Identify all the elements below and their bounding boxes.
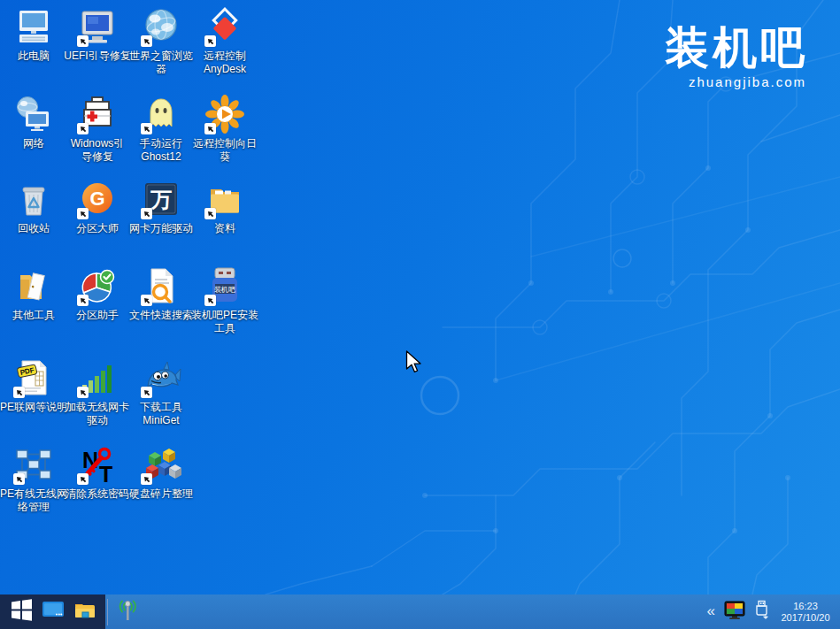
shortcut-arrow-icon (141, 123, 152, 134)
desktop-icon-partition-master[interactable]: G 分区大师 (66, 179, 129, 235)
desktop-icon-clear-system-password[interactable]: N T 清除系统密码 (66, 444, 129, 501)
defrag-cubes-icon (141, 444, 181, 485)
taskbar: « 16:23 2017/10/20 (0, 594, 840, 629)
ghost-icon (141, 94, 181, 134)
taskbar-clock[interactable]: 16:23 2017/10/20 (778, 601, 833, 624)
shortcut-arrow-icon (204, 123, 216, 134)
shortcut-arrow-icon (204, 208, 216, 219)
desktop-icon-pe-network-guide[interactable]: PDF PE联网等说明 (2, 357, 66, 414)
start-button[interactable] (5, 594, 37, 629)
desktop-icon-sunflower-remote[interactable]: 远程控制向日 葵 (193, 94, 257, 164)
desktop-icon-label: 远程控制 AnyDesk (187, 50, 263, 76)
taskbar-left-section (0, 594, 105, 629)
brand-title: 装机吧 (665, 25, 808, 72)
partition-pie-icon (77, 265, 118, 306)
shortcut-arrow-icon (141, 208, 152, 219)
desktop-icon-label: 下载工具 MiniGet (123, 401, 199, 427)
signal-bars-icon (77, 357, 118, 398)
shortcut-arrow-icon (77, 123, 89, 134)
shortcut-arrow-icon (13, 387, 25, 398)
desktop-icon-nic-universal-driver[interactable]: 万 网卡万能驱动 (129, 179, 193, 235)
file-explorer-button[interactable] (69, 594, 101, 629)
tools-folder-icon (13, 265, 54, 306)
network-diagram-icon (13, 444, 54, 485)
partition-master-icon: G (77, 179, 118, 219)
usb-drive-icon: 装机吧 (204, 265, 245, 306)
desktop-icon-label: 远程控制向日 葵 (187, 137, 263, 164)
shortcut-arrow-icon (77, 387, 89, 398)
nt-key-icon: N T (77, 444, 118, 485)
antenna-signal-icon (114, 598, 141, 626)
shortcut-arrow-icon (77, 35, 89, 47)
shark-icon (141, 357, 181, 398)
desktop-icon-anydesk-remote[interactable]: 远程控制 AnyDesk (193, 6, 257, 76)
svg-text:G: G (89, 188, 104, 210)
desktop-icon-ghost12[interactable]: 手动运行 Ghost12 (129, 94, 193, 164)
windows-logo-icon (11, 599, 33, 625)
globe-browser-icon (141, 6, 181, 47)
network-icon (13, 94, 54, 134)
desktop-icon-zhuangjiba-pe-installer[interactable]: 装机吧 装机吧PE安装 工具 (193, 265, 257, 335)
recycle-bin-icon (13, 179, 54, 219)
tray-expand-button[interactable]: « (707, 603, 715, 621)
desktop-icon-other-tools[interactable]: 其他工具 (2, 265, 66, 322)
desktop-icon-pe-network-manager[interactable]: PE有线无线网 络管理 (2, 444, 66, 514)
uefi-boot-repair-icon (77, 6, 118, 47)
wireless-network-button[interactable] (110, 594, 145, 629)
shortcut-arrow-icon (77, 295, 89, 306)
anydesk-icon (204, 6, 245, 47)
desktop-icon-disk-defrag[interactable]: 硬盘碎片整理 (129, 444, 193, 501)
usb-eject-tray-button[interactable] (754, 600, 769, 624)
pdf-doc-icon: PDF (13, 357, 54, 398)
nic-driver-icon: 万 (141, 179, 181, 219)
system-tray: « 16:23 2017/10/20 (707, 600, 840, 624)
desktop-icon-network[interactable]: 网络 (2, 94, 66, 150)
svg-text:万: 万 (150, 188, 172, 211)
toolbox-icon (77, 94, 118, 134)
shortcut-arrow-icon (13, 473, 25, 485)
desktop-icon-recycle-bin[interactable]: 回收站 (2, 179, 66, 235)
clock-time: 16:23 (778, 601, 833, 612)
shortcut-arrow-icon (141, 387, 152, 398)
desktop-icon-label: 装机吧PE安装 工具 (187, 309, 263, 335)
taskbar-separator (107, 599, 108, 625)
shortcut-arrow-icon (77, 208, 89, 219)
monitor-icon (42, 601, 65, 623)
desktop-icon-partition-assistant[interactable]: 分区助手 (66, 265, 129, 322)
shortcut-arrow-icon (141, 295, 152, 306)
file-search-icon (141, 265, 181, 306)
mouse-cursor (405, 350, 422, 378)
folder-icon (204, 179, 245, 219)
desktop-icon-label: 资料 (187, 222, 263, 235)
shortcut-arrow-icon (204, 295, 216, 306)
desktop-icon-miniget-downloader[interactable]: 下载工具 MiniGet (129, 357, 193, 427)
desktop-icon-documents-folder[interactable]: 资料 (193, 179, 257, 235)
desktop-background: 装机吧 zhuangjiba.com 此电脑 (0, 0, 840, 594)
clock-date: 2017/10/20 (778, 612, 833, 624)
shortcut-arrow-icon (77, 473, 89, 485)
svg-text:装机吧: 装机吧 (214, 286, 235, 294)
shortcut-arrow-icon (204, 35, 216, 47)
display-settings-tray-button[interactable] (724, 601, 745, 624)
folder-icon (73, 601, 96, 623)
desktop-icon-label: 硬盘碎片整理 (123, 487, 199, 501)
desktop-icon-file-quick-search[interactable]: 文件快速搜索 (129, 265, 193, 322)
svg-text:T: T (99, 462, 112, 485)
desktop-icon-uefi-boot-repair[interactable]: UEFI引导修复 (66, 6, 129, 63)
brand-subtitle: zhuangjiba.com (665, 74, 808, 89)
desktop-icon-wireless-nic-driver[interactable]: 加载无线网卡 驱动 (66, 357, 129, 427)
desktop-icon-world-window-browser[interactable]: 世界之窗浏览 器 (129, 6, 193, 76)
this-pc-icon (13, 6, 54, 47)
shortcut-arrow-icon (141, 35, 152, 47)
show-desktop-button[interactable] (37, 594, 69, 629)
brand-logo: 装机吧 zhuangjiba.com (665, 25, 808, 89)
shortcut-arrow-icon (141, 473, 152, 485)
sunflower-icon (204, 94, 245, 134)
desktop-icon-this-pc[interactable]: 此电脑 (2, 6, 66, 63)
desktop-icon-windows-boot-repair[interactable]: Widnows引 导修复 (66, 94, 129, 164)
